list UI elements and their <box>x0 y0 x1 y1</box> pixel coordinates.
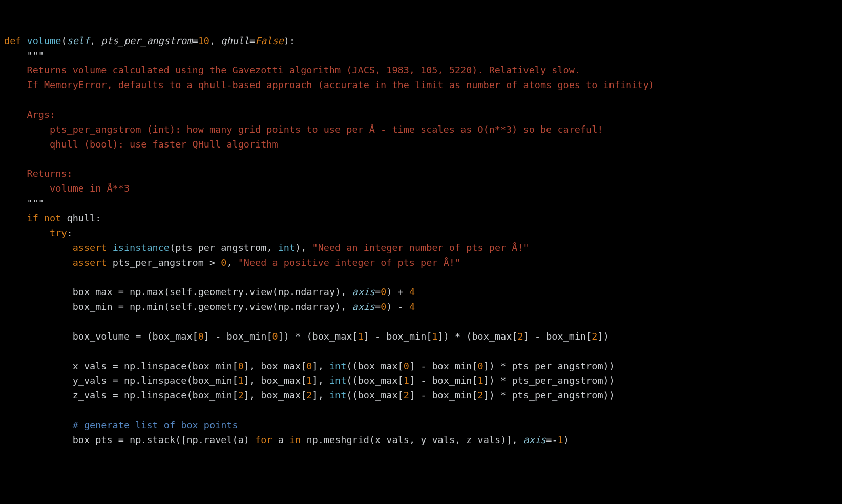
code-line: Args: <box>4 109 55 120</box>
code-line: box_volume = (box_max[0] - box_min[0]) *… <box>4 331 609 342</box>
code-line: z_vals = np.linspace(box_min[2], box_max… <box>4 390 615 401</box>
code-line: box_pts = np.stack([np.ravel(a) for a in… <box>4 434 569 445</box>
code-line: volume in Å**3 <box>4 183 130 194</box>
code-line: assert pts_per_angstrom > 0, "Need a pos… <box>4 257 460 268</box>
code-line: """ <box>4 50 44 61</box>
code-line: # generate list of box points <box>4 419 238 430</box>
code-line: def volume(self, pts_per_angstrom=10, qh… <box>4 35 295 46</box>
code-line: If MemoryError, defaults to a qhull-base… <box>4 79 655 90</box>
code-line: """ <box>4 198 44 208</box>
code-line: box_min = np.min(self.geometry.view(np.n… <box>4 301 415 312</box>
code-line: box_max = np.max(self.geometry.view(np.n… <box>4 286 415 297</box>
code-line: Returns: <box>4 168 73 179</box>
code-line: try: <box>4 227 73 238</box>
code-line: pts_per_angstrom (int): how many grid po… <box>4 124 603 135</box>
code-line: Returns volume calculated using the Gave… <box>4 65 580 75</box>
code-line: x_vals = np.linspace(box_min[0], box_max… <box>4 361 615 371</box>
code-line: assert isinstance(pts_per_angstrom, int)… <box>4 242 529 253</box>
code-block: def volume(self, pts_per_angstrom=10, qh… <box>4 34 838 448</box>
code-line: y_vals = np.linspace(box_min[1], box_max… <box>4 375 615 386</box>
code-line: if not qhull: <box>4 213 101 223</box>
code-line: qhull (bool): use faster QHull algorithm <box>4 139 278 150</box>
